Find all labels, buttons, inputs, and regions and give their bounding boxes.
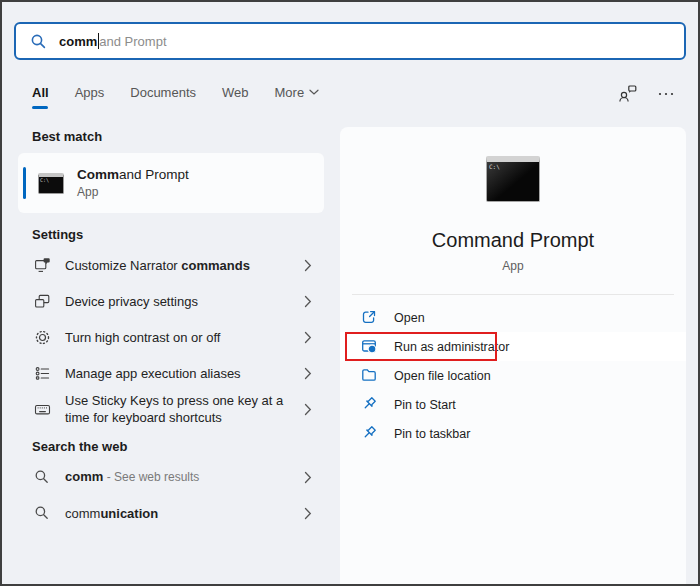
action-label: Open (394, 311, 425, 325)
action-list: Open Run as administrator Open file loca… (340, 303, 686, 448)
action-label: Run as administrator (394, 340, 509, 354)
settings-header: Settings (18, 227, 324, 242)
action-label: Pin to Start (394, 398, 456, 412)
pin-icon (361, 425, 378, 442)
chevron-right-icon (304, 507, 318, 520)
chevron-right-icon (304, 259, 318, 272)
search-header-buttons (618, 84, 674, 103)
suggestion-completion-text: unication (100, 506, 158, 521)
tab-more[interactable]: More (275, 85, 320, 100)
settings-result-label: Turn high contrast on or off (65, 329, 289, 346)
windows-search-flyout: comm and Prompt All Apps Documents Web M… (0, 0, 700, 586)
search-icon (32, 505, 52, 521)
chevron-right-icon (304, 295, 318, 308)
chevron-down-icon (309, 89, 319, 96)
search-filter-tabs: All Apps Documents Web More (32, 85, 319, 100)
web-result-communication[interactable]: communication (18, 495, 324, 531)
panel-divider (352, 294, 674, 295)
search-bar[interactable]: comm and Prompt (14, 22, 686, 60)
settings-result-label: Manage app execution aliases (65, 365, 289, 382)
settings-result-sticky-keys[interactable]: Use Sticky Keys to press one key at a ti… (18, 391, 324, 427)
settings-result-app-aliases[interactable]: Manage app execution aliases (18, 355, 324, 391)
tab-more-label: More (275, 85, 305, 100)
web-results: comm - See web results communication (18, 459, 324, 531)
query-text: comm (65, 506, 100, 521)
tab-apps[interactable]: Apps (75, 85, 105, 100)
tab-documents[interactable]: Documents (130, 85, 196, 100)
settings-result-device-privacy[interactable]: Device privacy settings (18, 283, 324, 319)
best-match-text: Command Prompt App (77, 167, 189, 199)
active-tab-underline (32, 106, 48, 109)
run-as-admin-icon (361, 338, 378, 355)
chevron-right-icon (304, 471, 318, 484)
cmd-icon-text: C:\ (40, 177, 49, 183)
devices-icon (32, 293, 52, 310)
command-prompt-icon-large: C:\ (486, 156, 540, 202)
action-open-file-location[interactable]: Open file location (340, 361, 686, 390)
chevron-right-icon (304, 403, 318, 416)
action-run-as-administrator[interactable]: Run as administrator (340, 332, 686, 361)
best-match-header: Best match (18, 129, 324, 144)
best-match-title-rest: and Prompt (119, 167, 189, 182)
tab-apps-label: Apps (75, 85, 105, 100)
best-match-title: Command Prompt (77, 167, 189, 182)
command-prompt-icon: C:\ (38, 173, 64, 194)
web-result-label: communication (65, 505, 289, 522)
action-label: Pin to taskbar (394, 427, 470, 441)
search-input[interactable]: comm and Prompt (59, 33, 167, 49)
folder-icon (361, 367, 378, 384)
cmd-icon-text: C:\ (489, 163, 500, 170)
result-preview-panel: C:\ Command Prompt App Open Run as admin… (340, 127, 686, 586)
settings-result-high-contrast[interactable]: Turn high contrast on or off (18, 319, 324, 355)
keyboard-icon (32, 401, 52, 418)
action-pin-to-start[interactable]: Pin to Start (340, 390, 686, 419)
narrator-icon (32, 257, 52, 274)
search-icon (32, 469, 52, 485)
search-inline-suggestion: and Prompt (99, 34, 166, 49)
settings-result-label: Customize Narrator commands (65, 257, 289, 274)
action-label: Open file location (394, 369, 491, 383)
action-open[interactable]: Open (340, 303, 686, 332)
tab-web[interactable]: Web (222, 85, 249, 100)
search-results-list: Best match C:\ Command Prompt App Settin… (18, 129, 324, 531)
high-contrast-sun-icon (32, 329, 52, 346)
tab-all-label: All (32, 85, 49, 100)
best-match-subtitle: App (77, 185, 189, 199)
preview-app-subtitle: App (340, 259, 686, 273)
settings-result-narrator-commands[interactable]: Customize Narrator commands (18, 247, 324, 283)
web-result-comm[interactable]: comm - See web results (18, 459, 324, 495)
list-toggles-icon (32, 365, 52, 382)
open-external-icon (361, 309, 378, 326)
label-match-text: commands (181, 258, 250, 273)
action-pin-to-taskbar[interactable]: Pin to taskbar (340, 419, 686, 448)
settings-results: Customize Narrator commands Device priva… (18, 247, 324, 427)
see-web-results-text: - See web results (103, 470, 199, 484)
pin-icon (361, 396, 378, 413)
best-match-title-match: Comm (77, 167, 119, 182)
label-text: Device privacy settings (65, 294, 198, 309)
label-text: Customize Narrator (65, 258, 181, 273)
preview-app-title: Command Prompt (340, 229, 686, 252)
search-typed-text: comm (59, 34, 97, 49)
chevron-right-icon (304, 367, 318, 380)
selection-accent-bar (23, 167, 26, 199)
settings-result-label: Use Sticky Keys to press one key at a ti… (65, 392, 289, 426)
user-account-icon[interactable] (618, 84, 638, 103)
best-match-result[interactable]: C:\ Command Prompt App (18, 153, 324, 213)
label-text: Manage app execution aliases (65, 366, 241, 381)
query-text: comm (65, 469, 103, 484)
more-options-icon[interactable] (658, 92, 674, 96)
tab-all[interactable]: All (32, 85, 49, 100)
label-text: Use Sticky Keys to press one key at a ti… (65, 393, 283, 425)
tab-documents-label: Documents (130, 85, 196, 100)
settings-result-label: Device privacy settings (65, 293, 289, 310)
chevron-right-icon (304, 331, 318, 344)
tab-web-label: Web (222, 85, 249, 100)
web-result-label: comm - See web results (65, 468, 289, 486)
label-text: Turn high contrast on or off (65, 330, 220, 345)
search-icon (30, 33, 47, 50)
search-the-web-header: Search the web (18, 439, 324, 454)
